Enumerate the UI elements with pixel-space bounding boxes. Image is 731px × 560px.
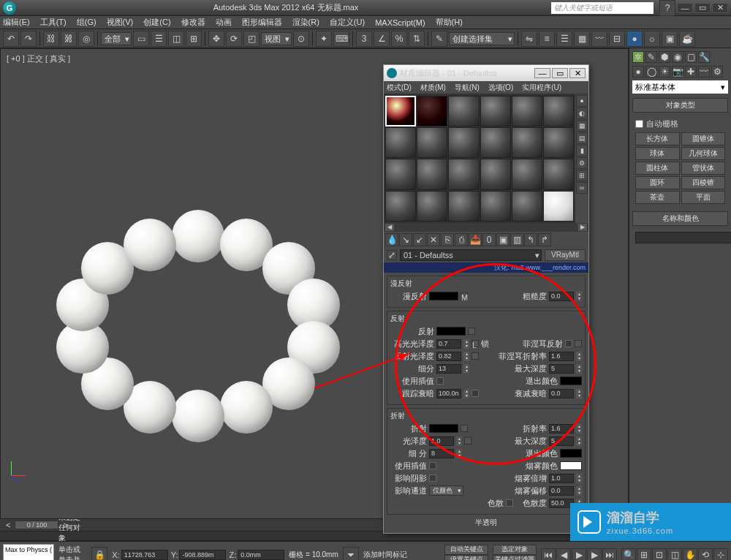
display-tab-icon[interactable]: ▢ [685,51,697,63]
pyramid-button[interactable]: 四棱锥 [681,176,726,189]
rmaxd-spinner[interactable]: 5 [549,436,574,446]
renderframe-icon[interactable]: ▣ [662,31,678,47]
x-input[interactable]: 11728.763 [121,550,168,560]
rglossy-spinner[interactable]: 0.82 [436,352,461,361]
create-tab-icon[interactable]: ✲ [632,51,644,63]
unlink-icon[interactable]: ⛓̸ [61,31,77,47]
gopar-icon[interactable]: ↰ [524,233,537,246]
bind-icon[interactable]: ◎ [78,31,94,47]
z-input[interactable]: 0.0mm [238,550,284,560]
material-slot[interactable] [417,191,447,222]
rendersetup-icon[interactable]: ☼ [644,31,660,47]
material-slot[interactable] [385,159,416,189]
script-listener[interactable]: Max to Physcs ( [3,544,54,561]
help-search-input[interactable]: 键入关键字或短语 [551,2,654,14]
geometry-icon[interactable]: ● [632,66,644,77]
menu-modifiers[interactable]: 修改器 [181,17,205,28]
fogcolor-swatch[interactable] [560,461,582,470]
material-slot[interactable] [385,96,416,126]
maxview-icon[interactable]: ⊹ [713,548,728,561]
exitcolor-swatch[interactable] [560,377,582,385]
teapot-button[interactable]: 茶壶 [635,191,680,204]
matid-0-icon[interactable]: 0 [482,233,496,246]
autokey-button[interactable]: 自动关键点 [444,545,488,555]
y-input[interactable]: -908.889m [179,550,226,560]
sampletype-icon[interactable]: ● [576,95,588,107]
showend-icon[interactable]: ▥ [510,233,523,246]
hilight-spinner[interactable]: 0.7 [436,339,461,349]
material-slot[interactable] [417,159,447,189]
puttolib-icon[interactable]: 📥 [469,233,482,246]
layers-icon[interactable]: ☰ [556,31,572,47]
copy-icon[interactable]: ⎘ [441,233,454,246]
showmap-icon[interactable]: ▣ [496,233,510,246]
menu-group[interactable]: 组(G) [77,17,96,28]
create-category-dropdown[interactable]: 标准基本体 [632,80,728,94]
shadows-checkbox[interactable] [429,474,436,482]
lights-icon[interactable]: ☀ [659,66,670,77]
menu-rendering[interactable]: 渲染(R) [292,17,319,28]
systems-icon[interactable]: ⚙ [711,66,723,77]
rexit-swatch[interactable] [560,449,582,458]
hilight-lock-button[interactable]: L [471,340,479,347]
named-selset-dropdown[interactable]: 创建选择集 [449,32,515,45]
material-slot[interactable] [543,159,574,189]
gotoend-icon[interactable]: ⏭ [602,548,617,561]
material-slot[interactable] [448,159,479,189]
menu-create[interactable]: 创建(C) [143,17,170,28]
utilities-tab-icon[interactable]: 🔧 [698,51,710,63]
pick-icon[interactable]: ⤢ [387,250,397,260]
torus-button[interactable]: 圆环 [635,176,680,189]
setkey-button[interactable]: 设置关键点 [444,555,488,561]
rollout-namecolor-header[interactable]: 名称和颜色 [632,211,728,226]
viewport-label[interactable]: [ +0 ] 正交 [ 真实 ] [7,53,70,64]
plane-button[interactable]: 平面 [681,191,726,204]
menu-tools[interactable]: 工具(T) [40,17,67,28]
material-slot[interactable] [480,127,511,158]
mated-titlebar[interactable]: 材质编辑器 - 01 - Defaultss — ▭ ✕ [384,65,588,81]
ior-spinner[interactable]: 1.6 [549,424,574,434]
mated-menu-util[interactable]: 实用程序(U) [522,83,561,93]
mated-max-button[interactable]: ▭ [552,68,568,78]
menu-customize[interactable]: 自定义(U) [330,17,365,28]
matid-icon[interactable]: ∞ [576,182,588,194]
move-icon[interactable]: ✥ [208,31,224,47]
sampleuv-icon[interactable]: ▤ [576,132,588,144]
minimize-button[interactable]: — [677,3,693,13]
mirror-icon[interactable]: ⇋ [521,31,537,47]
material-type-button[interactable]: VRayMtl [545,249,586,261]
mated-menu-options[interactable]: 选项(O) [488,83,513,93]
pan-icon[interactable]: ✋ [683,548,697,561]
snap-icon[interactable]: 3 [356,31,372,47]
video-icon[interactable]: ▮ [576,145,588,156]
schematic-icon[interactable]: ⊟ [609,31,625,47]
useinterp-checkbox[interactable] [436,377,444,385]
time-handle[interactable]: 0 / 100 [15,521,58,529]
mated-close-button[interactable]: ✕ [569,68,586,78]
restore-button[interactable]: ▭ [694,3,711,13]
material-name-dropdown[interactable]: 01 - Defaultss [400,249,542,261]
material-slot[interactable] [448,127,479,158]
rotate-icon[interactable]: ⟳ [226,31,242,47]
box-button[interactable]: 长方体 [635,132,680,145]
timetag-label[interactable]: 添加时间标记 [363,550,407,560]
cylinder-button[interactable]: 圆柱体 [635,162,680,175]
reflect-map-button[interactable] [468,328,475,335]
align-icon[interactable]: ≡ [539,31,555,47]
menu-edit[interactable]: 编辑(E) [3,17,30,28]
backlight-icon[interactable]: ◐ [576,107,588,119]
material-slot[interactable] [512,191,542,222]
undo-icon[interactable]: ↶ [3,31,19,47]
material-slot[interactable] [512,159,542,189]
makeunique-icon[interactable]: ⎙ [455,233,468,246]
material-slot[interactable] [480,191,511,222]
fov-icon[interactable]: ◫ [667,548,682,561]
sphere-button[interactable]: 球体 [635,147,680,160]
cameras-icon[interactable]: 📷 [672,66,683,77]
mated-menu-material[interactable]: 材质(M) [420,83,446,93]
editselset-icon[interactable]: ✎ [431,31,447,47]
diffuse-map-button[interactable]: M [461,292,468,300]
zoomall-icon[interactable]: ⊞ [637,548,651,561]
play-icon[interactable]: ▶ [572,548,586,561]
gotostart-icon[interactable]: ⏮ [541,548,556,561]
